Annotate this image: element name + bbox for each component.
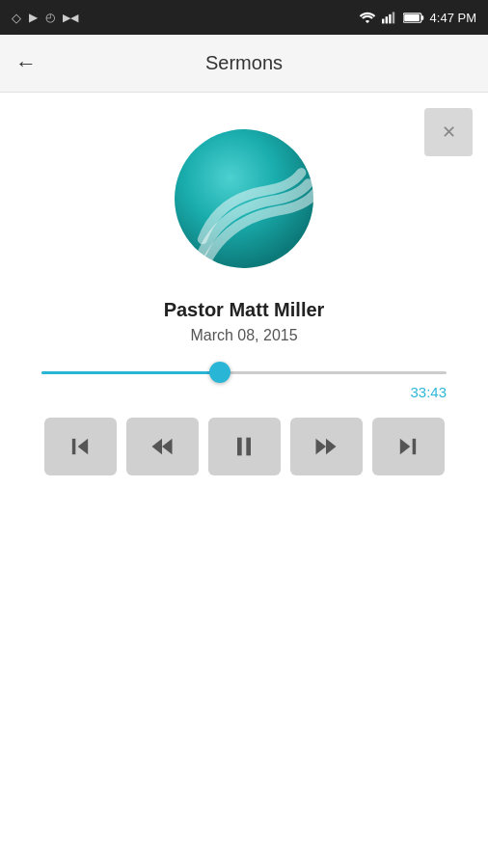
progress-track xyxy=(41,371,447,374)
church-logo-icon xyxy=(167,122,321,276)
voicemail-icon: ▶◀ xyxy=(63,12,78,24)
svg-rect-0 xyxy=(382,19,384,24)
progress-thumb[interactable] xyxy=(209,362,230,383)
svg-rect-6 xyxy=(404,14,420,20)
pause-icon xyxy=(230,433,258,460)
svg-rect-18 xyxy=(413,439,417,454)
svg-marker-15 xyxy=(316,439,327,454)
back-button[interactable]: ← xyxy=(15,51,37,76)
fast-forward-icon xyxy=(312,433,339,460)
skip-back-button[interactable] xyxy=(44,418,117,475)
close-icon: ✕ xyxy=(442,122,456,143)
svg-marker-9 xyxy=(78,439,89,454)
svg-rect-10 xyxy=(72,439,76,454)
page-title: Sermons xyxy=(205,52,283,74)
svg-rect-1 xyxy=(385,16,387,23)
skip-forward-button[interactable] xyxy=(372,418,445,475)
svg-rect-14 xyxy=(246,438,251,456)
status-bar-right-icons: 4:47 PM xyxy=(359,11,476,25)
svg-rect-3 xyxy=(392,12,393,23)
wifi-icon xyxy=(359,11,376,24)
svg-marker-12 xyxy=(162,439,173,454)
battery-icon xyxy=(403,12,424,24)
status-bar: ◇ ▶ ◴ ▶◀ 4:47 PM xyxy=(0,0,488,35)
dropbox-icon: ◇ xyxy=(12,11,21,25)
status-bar-left-icons: ◇ ▶ ◴ ▶◀ xyxy=(12,11,78,25)
sermon-logo xyxy=(167,122,321,276)
app-header: ← Sermons xyxy=(0,35,488,93)
playback-controls xyxy=(44,418,445,475)
svg-rect-2 xyxy=(389,14,391,24)
image-icon: ◴ xyxy=(45,11,55,24)
main-content: ✕ Pastor Matt Miller March 0 xyxy=(0,93,488,475)
progress-bar-container[interactable] xyxy=(41,371,447,374)
progress-fill xyxy=(41,371,220,374)
skip-forward-icon xyxy=(394,433,421,460)
time-display: 4:47 PM xyxy=(430,11,476,25)
svg-rect-5 xyxy=(420,15,422,20)
svg-marker-17 xyxy=(400,439,411,454)
svg-marker-16 xyxy=(326,439,337,454)
rewind-icon xyxy=(149,433,176,460)
sermon-date: March 08, 2015 xyxy=(190,327,297,344)
fast-forward-button[interactable] xyxy=(290,418,363,475)
time-elapsed: 33:43 xyxy=(41,384,447,400)
svg-rect-13 xyxy=(237,438,242,456)
close-button[interactable]: ✕ xyxy=(424,108,473,156)
signal-icon xyxy=(382,11,397,24)
svg-marker-11 xyxy=(152,439,163,454)
sermon-preacher: Pastor Matt Miller xyxy=(164,299,325,321)
pause-button[interactable] xyxy=(208,418,281,475)
play-icon: ▶ xyxy=(29,11,38,24)
skip-back-icon xyxy=(67,433,94,460)
rewind-button[interactable] xyxy=(126,418,199,475)
